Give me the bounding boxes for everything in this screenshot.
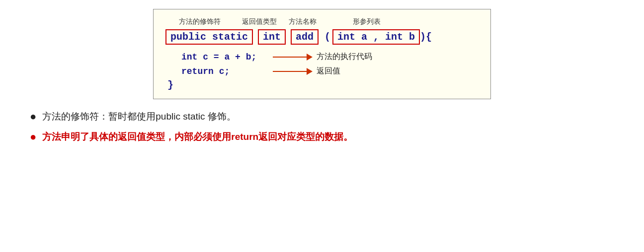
diagram-wrapper: 方法的修饰符 返回值类型 方法名称 形参列表 public static int…: [20, 9, 624, 99]
line2-label: 返回值: [317, 66, 340, 76]
line1-arrow: [273, 53, 313, 62]
line2-row: return c; 返回值: [181, 66, 479, 76]
line2-arrow: [273, 67, 313, 76]
label-params: 形参列表: [334, 17, 399, 26]
bullet-item-2: ● 方法申明了具体的返回值类型，内部必须使用return返回对应类型的数据。: [30, 130, 624, 144]
modifier-box: public static: [165, 29, 253, 45]
open-paren: (: [319, 31, 330, 43]
line1-code: int c = a + b;: [181, 52, 271, 62]
return-type-box: int: [258, 29, 286, 45]
label-method-name: 方法名称: [286, 17, 320, 26]
line1-row: int c = a + b; 方法的执行代码: [181, 52, 479, 62]
bullet-dot-1: ●: [30, 110, 36, 123]
bullet-text-2: 方法申明了具体的返回值类型，内部必须使用return返回对应类型的数据。: [42, 130, 353, 144]
label-modifier: 方法的修饰符: [167, 17, 232, 26]
bullet-item-1: ● 方法的修饰符：暂时都使用public static 修饰。: [30, 110, 624, 124]
body-lines: int c = a + b; 方法的执行代码 return c; 返回值: [165, 52, 479, 76]
label-return-type: 返回值类型: [237, 17, 282, 26]
code-box: 方法的修饰符 返回值类型 方法名称 形参列表 public static int…: [153, 9, 491, 99]
closing-brace: }: [165, 79, 479, 91]
line1-arrow-group: 方法的执行代码: [273, 52, 372, 62]
close-suffix: ){: [420, 31, 432, 43]
params-box: int a , int b: [332, 29, 420, 45]
method-name-box: add: [291, 29, 319, 45]
signature-row: public static int add ( int a , int b ){: [165, 29, 479, 45]
bullet-list: ● 方法的修饰符：暂时都使用public static 修饰。 ● 方法申明了具…: [20, 110, 624, 143]
line2-arrow-group: 返回值: [273, 66, 340, 76]
labels-row: 方法的修饰符 返回值类型 方法名称 形参列表: [165, 17, 479, 26]
line1-label: 方法的执行代码: [317, 52, 372, 62]
bullet-dot-2: ●: [30, 130, 36, 143]
line2-code: return c;: [181, 66, 271, 76]
bullet-text-1: 方法的修饰符：暂时都使用public static 修饰。: [42, 110, 236, 124]
